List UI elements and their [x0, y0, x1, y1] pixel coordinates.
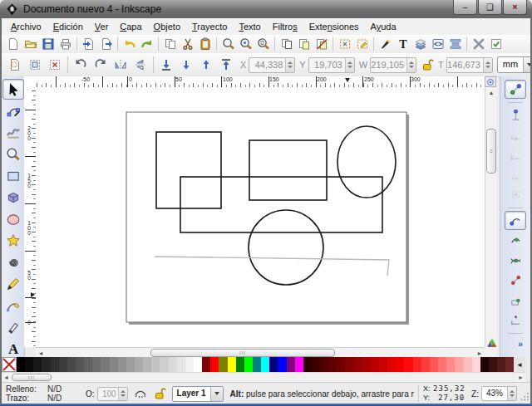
stroke-value[interactable]: N/D	[47, 394, 79, 403]
redo-button[interactable]	[138, 36, 155, 53]
doc-properties-button[interactable]	[487, 36, 505, 53]
raise-button[interactable]	[196, 55, 216, 75]
palette-scrollbar[interactable]: ◄ III ►	[2, 372, 525, 382]
palette-swatch[interactable]	[421, 357, 430, 372]
snap-bbox-center-button[interactable]	[505, 185, 526, 204]
palette-swatch[interactable]	[126, 357, 135, 372]
cut-button[interactable]	[179, 36, 196, 53]
layer-visibility-icon[interactable]	[134, 387, 147, 400]
field-x-input[interactable]: 44,338	[249, 57, 295, 73]
lower-to-bottom-button[interactable]	[156, 55, 176, 75]
palette-swatch[interactable]	[151, 357, 160, 372]
select-original-button[interactable]	[336, 36, 353, 53]
no-color-swatch[interactable]	[2, 357, 17, 372]
palette-swatch[interactable]	[253, 357, 261, 372]
menu-extensiones[interactable]: Extensiones	[303, 20, 365, 33]
palette-swatch[interactable]	[92, 357, 101, 372]
tool-select-button[interactable]	[2, 79, 24, 100]
palette-swatch[interactable]	[328, 357, 337, 372]
snap-bbox-button[interactable]	[505, 105, 526, 125]
menu-archivo[interactable]: Archivo	[5, 20, 47, 33]
palette-swatch[interactable]	[396, 357, 404, 372]
snap-node-button[interactable]	[505, 211, 526, 230]
resize-grip[interactable]	[520, 388, 530, 404]
preferences-button[interactable]	[470, 36, 487, 53]
snap-smooth-node-button[interactable]	[505, 291, 526, 310]
palette-swatch[interactable]	[269, 357, 278, 372]
palette-swatch[interactable]	[446, 357, 455, 372]
layer-lock-icon[interactable]	[153, 387, 166, 400]
palette-swatch[interactable]	[337, 357, 345, 372]
snap-enable-button[interactable]	[505, 80, 526, 99]
deselect-button[interactable]	[45, 55, 65, 75]
palette-swatch[interactable]	[51, 357, 59, 372]
palette-swatch[interactable]	[505, 357, 514, 372]
tool-rect-button[interactable]	[2, 165, 24, 186]
palette-scroll-thumb[interactable]: III	[12, 374, 52, 381]
copy-button[interactable]	[161, 36, 179, 53]
horizontal-ruler[interactable]: -50050100150200250300	[36, 76, 485, 88]
color-management-icon[interactable]	[486, 337, 498, 349]
palette-swatch[interactable]	[287, 357, 295, 372]
minimize-button[interactable]: –	[453, 0, 477, 15]
tool-bezier-button[interactable]	[2, 295, 24, 316]
palette-swatch[interactable]	[312, 357, 320, 372]
flip-vertical-button[interactable]	[131, 55, 150, 75]
tool-zoom-button[interactable]	[2, 144, 24, 164]
align-button[interactable]	[446, 36, 464, 53]
flip-horizontal-button[interactable]	[111, 55, 131, 75]
palette-swatch[interactable]	[379, 357, 387, 372]
fill-value[interactable]: N/D	[47, 384, 79, 394]
tool-ellipse-button[interactable]	[2, 208, 24, 229]
palette-swatch[interactable]	[480, 357, 489, 372]
tool-calligraphy-button[interactable]	[2, 316, 24, 337]
palette-swatch[interactable]	[160, 357, 168, 372]
tool-pencil-button[interactable]	[2, 273, 24, 294]
tool-node-button[interactable]	[2, 100, 24, 121]
palette-swatch[interactable]	[84, 357, 92, 372]
palette-scroll-left-arrow[interactable]: ◄	[514, 357, 525, 372]
zoom-page-button[interactable]	[254, 36, 272, 53]
menu-objeto[interactable]: Objeto	[148, 20, 186, 33]
raise-to-top-button[interactable]	[216, 55, 236, 75]
palette-swatch[interactable]	[59, 357, 67, 372]
zoom-drawing-button[interactable]	[237, 36, 254, 53]
palette-swatch[interactable]	[413, 357, 421, 372]
palette-swatch[interactable]	[345, 357, 353, 372]
palette-swatch[interactable]	[210, 357, 219, 372]
snap-bbox-edge-mid-button[interactable]	[505, 165, 526, 184]
menu-ayuda[interactable]: Ayuda	[365, 20, 402, 33]
zoom-selection-button[interactable]	[219, 36, 237, 53]
unlink-clone-button[interactable]	[313, 36, 330, 53]
palette-swatch[interactable]	[371, 357, 379, 372]
palette-swatch[interactable]	[261, 357, 269, 372]
tool-tweak-button[interactable]	[2, 122, 24, 143]
palette-swatch[interactable]	[472, 357, 480, 372]
rotate-cw-button[interactable]	[91, 55, 111, 75]
scroll-corner-button[interactable]	[485, 76, 496, 87]
import-button[interactable]	[80, 36, 97, 53]
palette-swatch[interactable]	[362, 357, 371, 372]
snap-path-intersection-button[interactable]	[505, 251, 526, 270]
folder-open-button[interactable]	[22, 36, 39, 53]
snap-bbox-edge-button[interactable]	[505, 125, 526, 144]
palette-swatch[interactable]	[236, 357, 244, 372]
snap-midpoint-button[interactable]	[505, 311, 526, 330]
text-dialog-button[interactable]: T	[394, 36, 411, 53]
h-scroll-thumb[interactable]: III	[150, 349, 335, 357]
snap-path-button[interactable]	[505, 231, 526, 250]
palette-swatch[interactable]	[463, 357, 471, 372]
zoom-field[interactable]: 43%	[481, 386, 517, 401]
palette-swatch[interactable]	[17, 357, 25, 372]
layers-button[interactable]	[411, 36, 429, 53]
opacity-field[interactable]: 100	[97, 387, 128, 401]
v-scrollbar[interactable]: ▲ ≡ ▼	[485, 87, 496, 347]
undo-button[interactable]	[121, 36, 138, 53]
palette-swatch[interactable]	[387, 357, 396, 372]
menu-trayecto[interactable]: Trayecto	[186, 20, 233, 33]
h-scrollbar[interactable]: ◄ III ►	[36, 347, 485, 357]
palette-swatch[interactable]	[202, 357, 210, 372]
print-button[interactable]	[57, 36, 74, 53]
vertical-ruler[interactable]: 2 0 01 5 01 0 05 00	[24, 87, 37, 347]
palette-swatch[interactable]	[430, 357, 438, 372]
